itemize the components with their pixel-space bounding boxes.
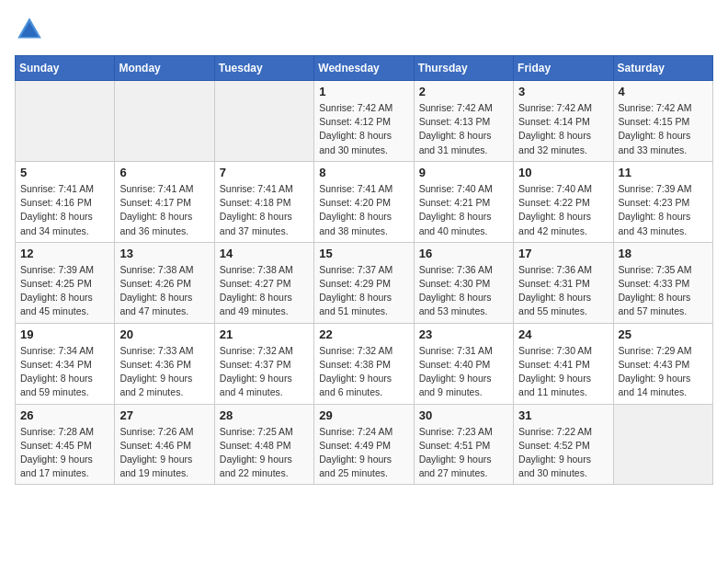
day-number: 21 — [220, 327, 309, 341]
day-info: Sunrise: 7:23 AMSunset: 4:51 PMDaylight:… — [419, 425, 508, 481]
calendar-week-row: 1Sunrise: 7:42 AMSunset: 4:12 PMDaylight… — [16, 81, 713, 162]
day-info: Sunrise: 7:31 AMSunset: 4:40 PMDaylight:… — [419, 344, 508, 400]
day-info: Sunrise: 7:40 AMSunset: 4:22 PMDaylight:… — [518, 182, 608, 238]
day-number: 30 — [419, 408, 508, 422]
calendar-week-row: 26Sunrise: 7:28 AMSunset: 4:45 PMDayligh… — [16, 404, 713, 485]
day-number: 4 — [619, 85, 708, 98]
calendar-cell — [613, 404, 712, 485]
calendar-cell: 31Sunrise: 7:22 AMSunset: 4:52 PMDayligh… — [514, 404, 613, 485]
calendar-cell: 28Sunrise: 7:25 AMSunset: 4:48 PMDayligh… — [214, 404, 313, 485]
calendar-cell: 17Sunrise: 7:36 AMSunset: 4:31 PMDayligh… — [514, 242, 613, 323]
calendar-cell: 18Sunrise: 7:35 AMSunset: 4:33 PMDayligh… — [613, 242, 712, 323]
day-number: 19 — [20, 327, 109, 341]
day-info: Sunrise: 7:36 AMSunset: 4:30 PMDaylight:… — [419, 263, 508, 319]
day-info: Sunrise: 7:22 AMSunset: 4:52 PMDaylight:… — [518, 425, 608, 481]
calendar-cell: 10Sunrise: 7:40 AMSunset: 4:22 PMDayligh… — [514, 161, 613, 242]
calendar-cell: 14Sunrise: 7:38 AMSunset: 4:27 PMDayligh… — [214, 242, 313, 323]
calendar-cell: 6Sunrise: 7:41 AMSunset: 4:17 PMDaylight… — [115, 161, 214, 242]
calendar-week-row: 12Sunrise: 7:39 AMSunset: 4:25 PMDayligh… — [16, 242, 713, 323]
day-number: 18 — [619, 247, 708, 260]
day-info: Sunrise: 7:25 AMSunset: 4:48 PMDaylight:… — [220, 425, 309, 481]
calendar-cell: 8Sunrise: 7:41 AMSunset: 4:20 PMDaylight… — [314, 161, 414, 242]
day-info: Sunrise: 7:38 AMSunset: 4:27 PMDaylight:… — [220, 263, 309, 319]
calendar-cell: 13Sunrise: 7:38 AMSunset: 4:26 PMDayligh… — [115, 242, 214, 323]
day-number: 10 — [518, 166, 608, 179]
day-header-friday: Friday — [514, 56, 613, 81]
day-number: 27 — [119, 408, 209, 422]
day-info: Sunrise: 7:29 AMSunset: 4:43 PMDaylight:… — [619, 344, 708, 400]
day-number: 25 — [619, 327, 708, 341]
day-info: Sunrise: 7:33 AMSunset: 4:36 PMDaylight:… — [119, 344, 209, 400]
calendar-cell — [16, 81, 115, 162]
calendar-table: SundayMondayTuesdayWednesdayThursdayFrid… — [15, 55, 713, 485]
day-number: 12 — [20, 247, 109, 260]
day-info: Sunrise: 7:41 AMSunset: 4:18 PMDaylight:… — [220, 182, 309, 238]
calendar-cell — [115, 81, 214, 162]
day-info: Sunrise: 7:41 AMSunset: 4:17 PMDaylight:… — [119, 182, 209, 238]
day-number: 2 — [419, 85, 508, 98]
day-info: Sunrise: 7:38 AMSunset: 4:26 PMDaylight:… — [119, 263, 209, 319]
day-number: 7 — [220, 166, 309, 179]
day-info: Sunrise: 7:26 AMSunset: 4:46 PMDaylight:… — [119, 425, 209, 481]
day-number: 26 — [20, 408, 109, 422]
day-number: 20 — [119, 327, 209, 341]
day-number: 6 — [119, 166, 209, 179]
page-header — [15, 15, 713, 44]
day-info: Sunrise: 7:34 AMSunset: 4:34 PMDaylight:… — [20, 344, 109, 400]
day-info: Sunrise: 7:42 AMSunset: 4:14 PMDaylight:… — [518, 101, 608, 157]
day-header-tuesday: Tuesday — [214, 56, 313, 81]
day-info: Sunrise: 7:42 AMSunset: 4:15 PMDaylight:… — [619, 101, 708, 157]
calendar-cell: 19Sunrise: 7:34 AMSunset: 4:34 PMDayligh… — [16, 323, 115, 404]
calendar-cell: 4Sunrise: 7:42 AMSunset: 4:15 PMDaylight… — [613, 81, 712, 162]
day-number: 13 — [119, 247, 209, 260]
calendar-cell: 21Sunrise: 7:32 AMSunset: 4:37 PMDayligh… — [214, 323, 313, 404]
logo — [15, 15, 48, 44]
day-header-monday: Monday — [115, 56, 214, 81]
day-number: 24 — [518, 327, 608, 341]
calendar-cell: 26Sunrise: 7:28 AMSunset: 4:45 PMDayligh… — [16, 404, 115, 485]
day-number: 8 — [319, 166, 408, 179]
day-info: Sunrise: 7:42 AMSunset: 4:12 PMDaylight:… — [319, 101, 408, 157]
calendar-cell: 5Sunrise: 7:41 AMSunset: 4:16 PMDaylight… — [16, 161, 115, 242]
day-header-sunday: Sunday — [16, 56, 115, 81]
calendar-cell: 30Sunrise: 7:23 AMSunset: 4:51 PMDayligh… — [414, 404, 513, 485]
calendar-cell: 16Sunrise: 7:36 AMSunset: 4:30 PMDayligh… — [414, 242, 513, 323]
day-info: Sunrise: 7:35 AMSunset: 4:33 PMDaylight:… — [619, 263, 708, 319]
day-info: Sunrise: 7:32 AMSunset: 4:38 PMDaylight:… — [319, 344, 408, 400]
calendar-cell: 11Sunrise: 7:39 AMSunset: 4:23 PMDayligh… — [613, 161, 712, 242]
day-number: 17 — [518, 247, 608, 260]
calendar-cell: 22Sunrise: 7:32 AMSunset: 4:38 PMDayligh… — [314, 323, 414, 404]
calendar-cell — [214, 81, 313, 162]
day-info: Sunrise: 7:24 AMSunset: 4:49 PMDaylight:… — [319, 425, 408, 481]
day-info: Sunrise: 7:41 AMSunset: 4:16 PMDaylight:… — [20, 182, 109, 238]
calendar-cell: 27Sunrise: 7:26 AMSunset: 4:46 PMDayligh… — [115, 404, 214, 485]
calendar-cell: 24Sunrise: 7:30 AMSunset: 4:41 PMDayligh… — [514, 323, 613, 404]
day-number: 23 — [419, 327, 508, 341]
day-header-saturday: Saturday — [613, 56, 712, 81]
day-number: 9 — [419, 166, 508, 179]
day-info: Sunrise: 7:32 AMSunset: 4:37 PMDaylight:… — [220, 344, 309, 400]
day-info: Sunrise: 7:40 AMSunset: 4:21 PMDaylight:… — [419, 182, 508, 238]
calendar-cell: 15Sunrise: 7:37 AMSunset: 4:29 PMDayligh… — [314, 242, 414, 323]
calendar-cell: 3Sunrise: 7:42 AMSunset: 4:14 PMDaylight… — [514, 81, 613, 162]
day-number: 5 — [20, 166, 109, 179]
day-number: 29 — [319, 408, 408, 422]
day-header-thursday: Thursday — [414, 56, 513, 81]
day-number: 14 — [220, 247, 309, 260]
day-number: 15 — [319, 247, 408, 260]
day-info: Sunrise: 7:28 AMSunset: 4:45 PMDaylight:… — [20, 425, 109, 481]
calendar-cell: 9Sunrise: 7:40 AMSunset: 4:21 PMDaylight… — [414, 161, 513, 242]
day-info: Sunrise: 7:30 AMSunset: 4:41 PMDaylight:… — [518, 344, 608, 400]
calendar-cell: 23Sunrise: 7:31 AMSunset: 4:40 PMDayligh… — [414, 323, 513, 404]
day-number: 3 — [518, 85, 608, 98]
day-header-wednesday: Wednesday — [314, 56, 414, 81]
day-info: Sunrise: 7:39 AMSunset: 4:23 PMDaylight:… — [619, 182, 708, 238]
calendar-cell: 20Sunrise: 7:33 AMSunset: 4:36 PMDayligh… — [115, 323, 214, 404]
day-info: Sunrise: 7:42 AMSunset: 4:13 PMDaylight:… — [419, 101, 508, 157]
calendar-week-row: 5Sunrise: 7:41 AMSunset: 4:16 PMDaylight… — [16, 161, 713, 242]
day-number: 22 — [319, 327, 408, 341]
day-number: 31 — [518, 408, 608, 422]
day-info: Sunrise: 7:41 AMSunset: 4:20 PMDaylight:… — [319, 182, 408, 238]
calendar-week-row: 19Sunrise: 7:34 AMSunset: 4:34 PMDayligh… — [16, 323, 713, 404]
calendar-cell: 2Sunrise: 7:42 AMSunset: 4:13 PMDaylight… — [414, 81, 513, 162]
